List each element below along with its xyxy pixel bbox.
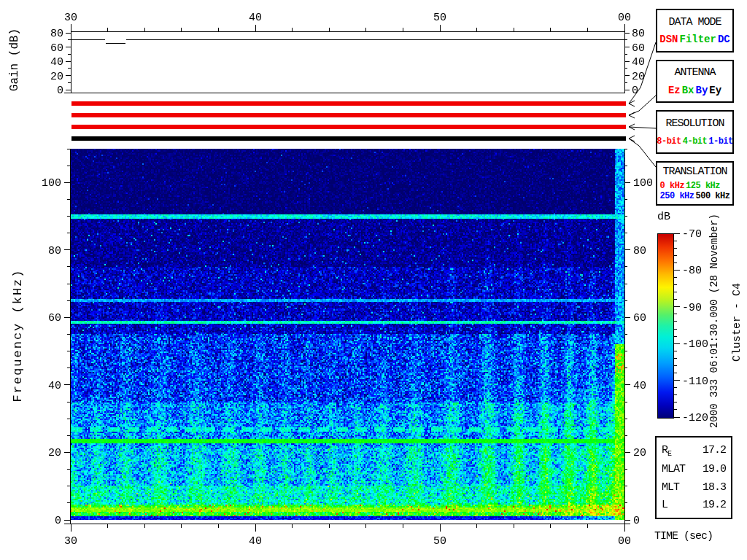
- tick-label: 50: [433, 12, 446, 24]
- colorbar: [657, 233, 674, 419]
- spacecraft-annotation: Cluster - C4: [731, 283, 743, 362]
- ephemeris-label: L: [662, 499, 667, 511]
- tick-label: 40: [48, 380, 61, 392]
- tick-label: -90: [682, 302, 702, 314]
- callout-value-row: EzBxByEy: [667, 85, 722, 96]
- tick-label: 60: [632, 42, 645, 55]
- callout-value-row: DSNFilterDC: [659, 34, 730, 45]
- data-mode-title: DATA MODE: [668, 16, 721, 28]
- tick-label: 20: [48, 447, 61, 459]
- ephemeris-row: MLAT19.0: [662, 463, 726, 475]
- callout-value-row: 250 kHz500 kHz: [659, 191, 731, 201]
- antenna-box: ANTENNA EzBxByEy: [656, 60, 734, 103]
- translation-title: TRANSLATION: [662, 166, 727, 178]
- callout-value: 500 kHz: [696, 191, 730, 201]
- tick-label: 30: [64, 12, 77, 24]
- callout-value: 8-bit: [657, 136, 681, 147]
- tick-label: 30: [64, 535, 77, 548]
- callout-value: DC: [718, 34, 730, 45]
- tick-label: 80: [633, 245, 646, 257]
- translation-box: TRANSLATION 0 kHz125 kHz250 kHz500 kHz: [656, 161, 734, 206]
- ephemeris-label: RE: [662, 444, 671, 458]
- tick-label: -80: [682, 265, 702, 277]
- callout-value: 125 kHz: [686, 181, 720, 191]
- tick-label: 40: [249, 535, 262, 548]
- callout-value: 250 kHz: [660, 191, 694, 201]
- colorbar-unit-label: dB: [657, 211, 670, 223]
- tick-label: 60: [633, 312, 646, 324]
- callout-value: 1-bit: [708, 136, 733, 147]
- tick-label: 60: [48, 312, 61, 324]
- antenna-values: EzBxByEy: [667, 85, 722, 96]
- antenna-title: ANTENNA: [674, 66, 715, 79]
- timestamp-annotation: 2000 333 06:01:30.000 (28 November): [708, 214, 720, 428]
- callout-value: Ez: [668, 85, 681, 96]
- ephemeris-label: MLT: [662, 481, 679, 494]
- resolution-title: RESOLUTION: [665, 117, 724, 130]
- callout-value-row: 0 kHz125 kHz: [659, 181, 731, 191]
- tick-label: -120: [682, 412, 708, 424]
- callout-value: Ey: [709, 85, 721, 96]
- tick-label: 80: [48, 245, 61, 257]
- data-mode-box: DATA MODE DSNFilterDC: [656, 9, 734, 52]
- tick-label: -100: [682, 338, 708, 351]
- callout-arrows: [629, 42, 656, 167]
- callout-value: Filter: [679, 34, 716, 45]
- ephemeris-value: 17.2: [703, 444, 726, 458]
- callout-value: 4-bit: [683, 136, 708, 147]
- tick-label: -110: [682, 376, 708, 388]
- tick-label: 40: [249, 12, 262, 24]
- tick-label: 40: [633, 380, 646, 392]
- tick-label: 40: [50, 56, 63, 69]
- colorbar-axis: -70-80-90-100-110-120: [674, 228, 708, 424]
- tick-label: 80: [50, 28, 63, 40]
- tick-label: 100: [633, 177, 653, 190]
- ephemeris-box: RE17.2MLAT19.0MLT18.3L19.2: [655, 436, 732, 519]
- tick-label: 40: [632, 56, 645, 69]
- antenna-bar: [71, 113, 626, 117]
- spectrogram-canvas: [71, 149, 624, 520]
- callout-value: 0 kHz: [660, 181, 685, 191]
- tick-label: 00: [618, 535, 631, 548]
- gain-plot: 30405000808060604040202000: [50, 12, 645, 97]
- tick-label: 100: [42, 177, 61, 190]
- wbd-spectrogram-display: 3040500080806060404020200010010080806060…: [0, 0, 747, 560]
- tick-label: 20: [50, 71, 63, 83]
- tick-label: 80: [632, 28, 645, 40]
- resolution-box: RESOLUTION 8-bit4-bit1-bit: [656, 110, 734, 154]
- tick-label: 20: [632, 71, 645, 83]
- gain-trace: [71, 40, 624, 44]
- ephemeris-row: RE17.2: [662, 444, 726, 458]
- data-mode-values: DSNFilterDC: [659, 34, 730, 45]
- tick-label: -70: [682, 228, 702, 241]
- tick-label: 50: [433, 535, 446, 548]
- ephemeris-value: 19.0: [703, 463, 726, 475]
- ephemeris-row: MLT18.3: [662, 481, 726, 494]
- resolution-bar: [71, 125, 626, 129]
- tick-label: 60: [50, 42, 63, 55]
- ephemeris-label: MLAT: [662, 463, 685, 475]
- callout-value: DSN: [659, 34, 678, 45]
- tick-label: 0: [57, 85, 63, 97]
- callout-value: Bx: [682, 85, 694, 96]
- tick-label: 00: [618, 12, 631, 24]
- translation-bar: [71, 136, 626, 141]
- translation-values: 0 kHz125 kHz250 kHz500 kHz: [659, 181, 731, 201]
- time-axis-label: TIME (sec): [654, 530, 713, 542]
- gain-axis-label: Gain (dB): [8, 28, 21, 91]
- ephemeris-value: 18.3: [703, 481, 726, 494]
- tick-label: 0: [55, 515, 61, 527]
- tick-label: 0: [633, 515, 640, 527]
- callout-value-row: 8-bit4-bit1-bit: [656, 136, 734, 147]
- ephemeris-row: L19.2: [662, 499, 726, 511]
- tick-label: 0: [632, 85, 638, 97]
- ephemeris-value: 19.2: [703, 499, 726, 511]
- callout-value: By: [696, 85, 708, 96]
- frequency-axis-label: Frequency (kHz): [11, 268, 25, 402]
- tick-label: 20: [633, 447, 646, 459]
- data-mode-bar: [71, 101, 626, 106]
- resolution-values: 8-bit4-bit1-bit: [656, 136, 734, 147]
